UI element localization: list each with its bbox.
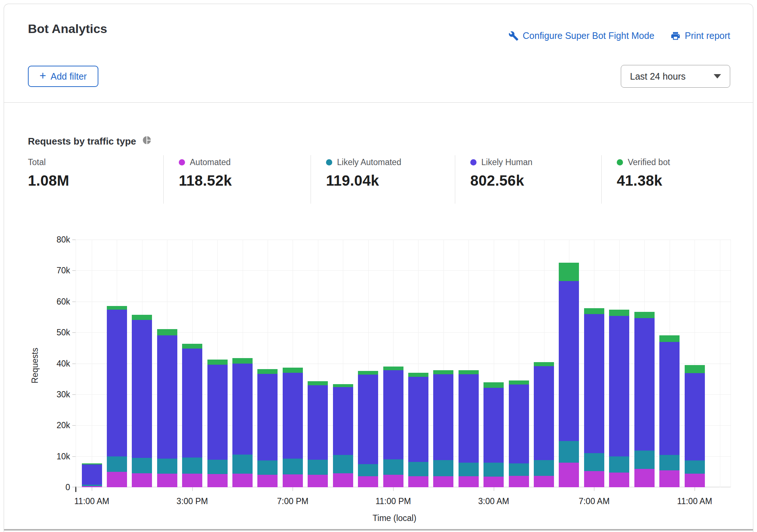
bar-segment[interactable] [132, 315, 152, 320]
bar-segment[interactable] [157, 459, 177, 474]
bar-segment[interactable] [232, 364, 253, 455]
bar-segment[interactable] [132, 458, 152, 473]
bar-segment[interactable] [609, 456, 629, 473]
bar-segment[interactable] [509, 463, 529, 476]
bar-segment[interactable] [534, 366, 554, 460]
bar-segment[interactable] [333, 473, 353, 487]
bar-segment[interactable] [534, 476, 554, 487]
bar-segment[interactable] [433, 370, 453, 374]
bar-segment[interactable] [685, 474, 705, 487]
bar-segment[interactable] [257, 475, 278, 487]
bar-segment[interactable] [257, 369, 278, 374]
bar-segment[interactable] [559, 281, 579, 441]
bar-segment[interactable] [358, 375, 378, 464]
bar-segment[interactable] [232, 455, 253, 474]
bar-segment[interactable] [207, 360, 228, 365]
bar-segment[interactable] [383, 367, 403, 370]
bar-segment[interactable] [559, 463, 579, 488]
bar-segment[interactable] [685, 373, 705, 460]
bar-segment[interactable] [82, 464, 102, 485]
bar-segment[interactable] [107, 456, 127, 471]
bar-segment[interactable] [257, 374, 278, 460]
bar-segment[interactable] [82, 463, 102, 464]
bar-segment[interactable] [509, 476, 529, 487]
bar-segment[interactable] [433, 476, 453, 487]
bar-segment[interactable] [609, 316, 629, 456]
bar-segment[interactable] [132, 320, 152, 458]
configure-super-bot-fight-mode-link[interactable]: Configure Super Bot Fight Mode [508, 30, 655, 41]
bar-segment[interactable] [483, 388, 504, 463]
bar-segment[interactable] [408, 377, 428, 462]
bar-segment[interactable] [609, 473, 629, 487]
bar-segment[interactable] [483, 382, 504, 388]
bar-segment[interactable] [634, 318, 655, 450]
add-filter-button[interactable]: + Add filter [28, 66, 98, 87]
bar-segment[interactable] [308, 381, 328, 385]
bar-segment[interactable] [634, 312, 655, 318]
bar-segment[interactable] [459, 463, 479, 477]
bar-segment[interactable] [459, 370, 479, 374]
bar-segment[interactable] [534, 362, 554, 366]
bar-segment[interactable] [634, 469, 655, 487]
bar-segment[interactable] [584, 314, 604, 453]
print-report-link[interactable]: Print report [670, 30, 730, 41]
bar-segment[interactable] [132, 473, 152, 487]
bar-segment[interactable] [333, 387, 353, 455]
bar-segment[interactable] [659, 470, 680, 487]
bar-segment[interactable] [685, 365, 705, 373]
bar-segment[interactable] [584, 453, 604, 471]
bar-segment[interactable] [182, 458, 202, 474]
bar-segment[interactable] [383, 475, 403, 487]
bar-segment[interactable] [459, 374, 479, 462]
bar-segment[interactable] [559, 441, 579, 462]
bar-segment[interactable] [207, 474, 228, 487]
time-range-dropdown[interactable]: Last 24 hours [621, 65, 730, 88]
bar-segment[interactable] [157, 474, 177, 487]
pie-chart-icon[interactable] [142, 135, 152, 147]
bar-segment[interactable] [659, 335, 680, 342]
bar-segment[interactable] [358, 476, 378, 487]
bar-segment[interactable] [182, 474, 202, 487]
bar-segment[interactable] [685, 460, 705, 474]
bar-segment[interactable] [82, 486, 102, 487]
bar-segment[interactable] [659, 455, 680, 470]
bar-segment[interactable] [659, 342, 680, 455]
bar-segment[interactable] [157, 335, 177, 459]
bar-segment[interactable] [308, 460, 328, 475]
bar-segment[interactable] [459, 476, 479, 487]
bar-segment[interactable] [308, 385, 328, 460]
bar-segment[interactable] [182, 344, 202, 349]
bar-segment[interactable] [509, 380, 529, 385]
bar-segment[interactable] [634, 451, 655, 469]
bar-segment[interactable] [308, 475, 328, 487]
bar-segment[interactable] [609, 310, 629, 316]
bar-segment[interactable] [383, 459, 403, 475]
bar-segment[interactable] [584, 471, 604, 487]
bar-segment[interactable] [408, 476, 428, 487]
bar-segment[interactable] [82, 485, 102, 486]
bar-segment[interactable] [358, 371, 378, 375]
bar-segment[interactable] [283, 368, 303, 373]
bar-segment[interactable] [333, 455, 353, 473]
bar-segment[interactable] [534, 460, 554, 476]
bar-segment[interactable] [383, 370, 403, 459]
bar-segment[interactable] [232, 474, 253, 487]
bar-segment[interactable] [207, 365, 228, 460]
bar-segment[interactable] [232, 358, 253, 363]
bar-segment[interactable] [433, 460, 453, 476]
bar-segment[interactable] [107, 472, 127, 487]
bar-segment[interactable] [257, 460, 278, 475]
bar-segment[interactable] [483, 477, 504, 487]
bar-segment[interactable] [182, 349, 202, 458]
bar-segment[interactable] [483, 463, 504, 477]
bar-segment[interactable] [157, 329, 177, 335]
bar-segment[interactable] [559, 263, 579, 281]
bar-segment[interactable] [509, 385, 529, 463]
bar-segment[interactable] [283, 373, 303, 459]
bar-segment[interactable] [333, 384, 353, 387]
bar-segment[interactable] [107, 306, 127, 310]
bar-segment[interactable] [584, 308, 604, 314]
bar-segment[interactable] [433, 374, 453, 460]
bar-segment[interactable] [207, 460, 228, 474]
bar-segment[interactable] [408, 373, 428, 377]
